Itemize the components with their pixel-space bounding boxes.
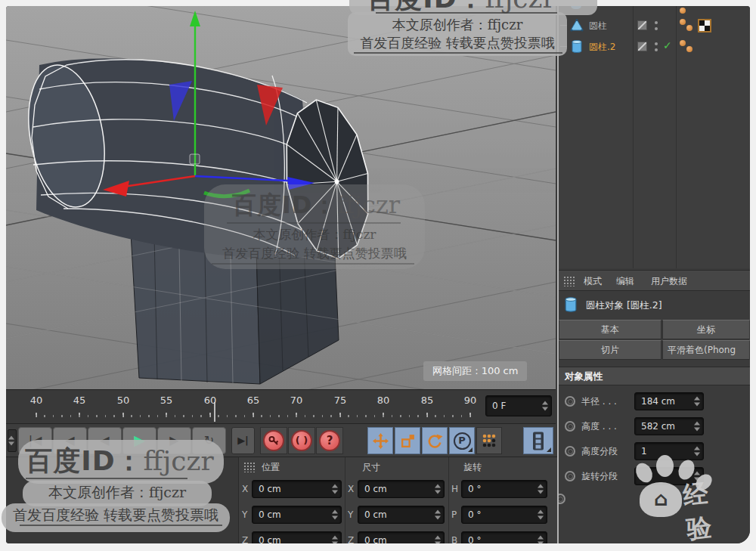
- go-to-end-button[interactable]: ▶|: [231, 427, 255, 454]
- spinner-icon[interactable]: [538, 536, 544, 544]
- position-y-field[interactable]: 0 cm: [252, 506, 342, 524]
- spinner-icon[interactable]: [332, 536, 339, 544]
- height-field[interactable]: 582 cm: [634, 417, 704, 435]
- cone-object-icon[interactable]: [569, 18, 584, 33]
- tag-dot-icon[interactable]: [686, 25, 692, 31]
- scale-tool-button[interactable]: [395, 427, 420, 454]
- spinner-icon[interactable]: [332, 510, 339, 520]
- current-frame-field[interactable]: 0 F: [485, 395, 552, 416]
- size-x-field[interactable]: 0 cm: [358, 480, 445, 498]
- field-value[interactable]: 0 cm: [364, 535, 387, 543]
- field-value[interactable]: 0 cm: [259, 509, 281, 520]
- timeline-ruler[interactable]: 40 45 50 55 60 65 70 75 80 85 90 0 F: [6, 389, 556, 423]
- spinner-icon[interactable]: [694, 422, 701, 432]
- size-y-field[interactable]: 0 cm: [358, 506, 445, 524]
- position-header: 位置: [262, 461, 280, 474]
- tab-coordinates[interactable]: 坐标: [662, 320, 750, 339]
- spinner-icon[interactable]: [435, 510, 442, 520]
- frame-label: 90: [459, 395, 482, 406]
- tag-dot-icon[interactable]: [686, 46, 692, 52]
- record-keyframe-button[interactable]: [260, 427, 287, 454]
- tab-slice[interactable]: 切片: [559, 340, 662, 360]
- rotation-h-field[interactable]: 0 °: [461, 480, 547, 498]
- object-row-partial[interactable]: [559, 6, 750, 14]
- go-to-start-button[interactable]: |◀: [18, 427, 52, 454]
- rotation-segments-field[interactable]: [634, 467, 704, 485]
- object-name-selected[interactable]: 圆柱.2: [589, 41, 615, 54]
- spinner-icon[interactable]: [332, 484, 339, 494]
- field-value[interactable]: 0 cm: [259, 535, 281, 543]
- field-value[interactable]: 0 cm: [364, 484, 387, 494]
- panel-handle-icon[interactable]: [243, 462, 256, 472]
- spinner-icon[interactable]: [542, 401, 549, 411]
- spinner-icon[interactable]: [435, 484, 442, 494]
- previous-frame-button[interactable]: ◀: [88, 427, 122, 454]
- field-value[interactable]: 184 cm: [641, 396, 675, 407]
- position-z-field[interactable]: 0 cm: [252, 531, 342, 543]
- anim-dot-icon[interactable]: [565, 471, 575, 481]
- field-value[interactable]: 1: [641, 446, 647, 457]
- cylinder-object-icon[interactable]: [572, 39, 587, 54]
- object-row-cylinder[interactable]: 圆柱: [559, 15, 750, 36]
- field-value[interactable]: 0 F: [492, 401, 506, 411]
- keyframe-options-button[interactable]: ?: [316, 427, 343, 454]
- gizmo-center-box: [190, 154, 200, 164]
- tag-dot-icon[interactable]: [680, 40, 686, 46]
- rotation-b-field[interactable]: 0 °: [461, 531, 547, 543]
- frame-label: 80: [372, 395, 395, 406]
- texture-tag-icon[interactable]: [698, 19, 711, 33]
- object-row-cylinder2[interactable]: 圆柱.2 ✓: [559, 36, 750, 57]
- radius-field[interactable]: 184 cm: [634, 392, 704, 410]
- coordinate-system-button[interactable]: P: [449, 427, 475, 454]
- menu-user-data[interactable]: 用户数据: [651, 275, 687, 288]
- visibility-dots-icon[interactable]: [655, 21, 658, 24]
- spinner-icon[interactable]: [538, 510, 544, 520]
- loop-button[interactable]: ↻: [192, 427, 226, 454]
- field-value[interactable]: 0 °: [468, 484, 481, 494]
- viewport-3d[interactable]: 网格间距 : 100 cm: [6, 6, 556, 389]
- size-z-field[interactable]: 0 cm: [358, 531, 445, 543]
- tab-phong[interactable]: 平滑着色(Phong: [662, 340, 750, 360]
- anim-dot-icon[interactable]: [565, 396, 575, 407]
- render-film-button[interactable]: [523, 427, 553, 454]
- move-tool-button[interactable]: [367, 427, 393, 454]
- enabled-check-icon[interactable]: ✓: [663, 39, 672, 51]
- spinner-icon[interactable]: [694, 397, 701, 407]
- panel-handle-icon[interactable]: [563, 276, 575, 286]
- rotation-p-field[interactable]: 0 °: [461, 506, 547, 524]
- height-segments-field[interactable]: 1: [634, 442, 704, 460]
- play-button[interactable]: ▶: [122, 427, 156, 454]
- snap-grid-button[interactable]: [476, 427, 502, 454]
- position-x-field[interactable]: 0 cm: [252, 480, 342, 498]
- spinner-icon[interactable]: [694, 447, 701, 457]
- menu-edit[interactable]: 编辑: [616, 275, 634, 288]
- tab-basic[interactable]: 基本: [559, 320, 662, 339]
- spinner-icon[interactable]: [435, 536, 442, 544]
- layer-icon[interactable]: [637, 20, 647, 30]
- rotate-tool-button[interactable]: [422, 427, 448, 454]
- anim-dot-icon[interactable]: [565, 446, 575, 457]
- layer-icon[interactable]: [637, 42, 647, 51]
- menu-mode[interactable]: 模式: [584, 275, 602, 288]
- anim-dot-icon[interactable]: [565, 421, 575, 432]
- cylinder-object[interactable]: [6, 58, 556, 384]
- visibility-dots-icon[interactable]: [655, 42, 658, 45]
- spinner-icon[interactable]: [8, 436, 15, 446]
- field-value[interactable]: 582 cm: [641, 421, 675, 432]
- field-value[interactable]: 0 cm: [364, 509, 387, 520]
- previous-key-button[interactable]: ◀: [53, 427, 87, 454]
- autokey-button[interactable]: ( ): [288, 427, 315, 454]
- anim-dot-icon[interactable]: [557, 494, 565, 504]
- tag-dot-icon[interactable]: [680, 8, 686, 14]
- field-value[interactable]: 0 °: [468, 535, 481, 543]
- next-frame-button[interactable]: ▶: [157, 427, 191, 454]
- toolbar-spinner[interactable]: [8, 429, 17, 452]
- tag-dot-icon[interactable]: [680, 19, 686, 25]
- field-value[interactable]: 0 °: [468, 509, 481, 520]
- spinner-icon[interactable]: [538, 484, 544, 494]
- spinner-icon[interactable]: [694, 472, 701, 481]
- timeline-marker[interactable]: [214, 402, 215, 422]
- object-name[interactable]: 圆柱: [589, 20, 607, 33]
- field-value[interactable]: 0 cm: [259, 484, 281, 494]
- bottom-left-panel: [6, 457, 238, 543]
